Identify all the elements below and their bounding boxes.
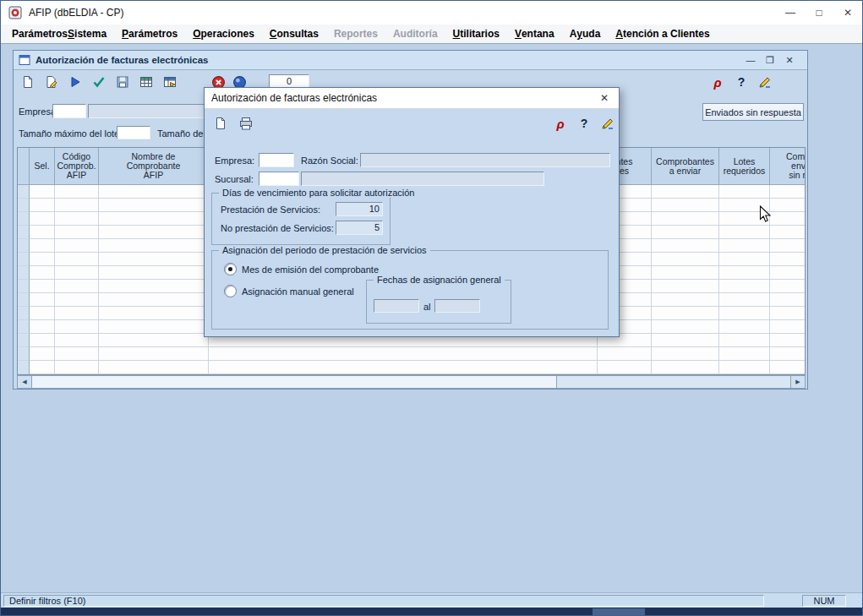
close-button[interactable]: ✕ bbox=[833, 1, 862, 25]
grid-cell bbox=[55, 266, 99, 280]
grid-header-cell: Lotesrequeridos bbox=[719, 148, 770, 185]
grid-row[interactable] bbox=[18, 347, 805, 361]
dialog-new-record-button[interactable] bbox=[210, 113, 232, 134]
dialog-toolbar bbox=[210, 113, 257, 134]
grid-cell bbox=[719, 185, 770, 199]
dialog-print-button[interactable] bbox=[235, 113, 257, 134]
menu-item-atencion-a-clientes[interactable]: Atención a Clientes bbox=[608, 25, 717, 43]
edit-record-button[interactable] bbox=[41, 72, 63, 92]
row-selector-cell bbox=[18, 347, 30, 361]
num-lock-indicator: NUM bbox=[802, 595, 846, 607]
define-filters-button[interactable] bbox=[754, 72, 776, 92]
dialog-autorizacion: Autorización de facturas electrónicas ✕ … bbox=[204, 87, 620, 337]
menu-item-parametros[interactable]: Parámetros bbox=[114, 25, 185, 43]
help-button[interactable]: ? bbox=[730, 72, 752, 92]
grid-cell bbox=[598, 361, 652, 374]
menu-item-ayuda[interactable]: Ayuda bbox=[562, 25, 609, 43]
new-document-icon bbox=[214, 117, 227, 130]
grid-cell bbox=[55, 185, 99, 199]
grid-cell bbox=[770, 199, 806, 212]
child-toolbar-right: ρ ? bbox=[707, 72, 776, 92]
scroll-right-button[interactable]: ▶ bbox=[790, 376, 805, 388]
execute-button[interactable] bbox=[64, 72, 86, 92]
grid-cell bbox=[719, 334, 770, 347]
menu-item-reportes: Reportes bbox=[326, 25, 385, 43]
dialog-help-button[interactable]: ? bbox=[573, 113, 595, 134]
grid-cell bbox=[30, 334, 55, 347]
grid-cell bbox=[652, 199, 719, 212]
dialog-exit-button[interactable]: ρ bbox=[549, 113, 571, 134]
child-minimize-button[interactable]: — bbox=[745, 55, 756, 66]
confirm-button[interactable] bbox=[88, 72, 110, 92]
dialog-sucursal-input[interactable] bbox=[259, 172, 299, 186]
menu-item-parametros-sistema[interactable]: Parámetros Sistema bbox=[4, 25, 114, 43]
empresa-input[interactable] bbox=[52, 104, 86, 118]
grid-row[interactable] bbox=[18, 361, 805, 374]
dialog-razon-social-label: Razón Social: bbox=[301, 155, 358, 166]
scrollbar-thumb[interactable] bbox=[32, 376, 557, 388]
scroll-left-button[interactable]: ◀ bbox=[18, 376, 32, 388]
radio-asignacion-manual[interactable]: Asignación manual general bbox=[224, 285, 354, 297]
grid-header-cell: Nombre deComprobanteAFIP bbox=[99, 148, 209, 185]
radio-asignacion-manual-label: Asignación manual general bbox=[242, 286, 354, 297]
menu-item-ventana[interactable]: Ventana bbox=[507, 25, 562, 43]
dialog-toolbar-right: ρ ? bbox=[549, 113, 619, 134]
grid-cell bbox=[652, 239, 719, 253]
child-restore-button[interactable]: ❐ bbox=[764, 55, 776, 66]
grid-cell bbox=[99, 266, 209, 280]
dialog-define-filters-button[interactable] bbox=[597, 113, 619, 134]
grid-cell bbox=[770, 293, 806, 307]
grid-cell bbox=[30, 266, 55, 280]
titlebar[interactable]: AFIP (dbELDIA - CP) — □ ✕ bbox=[1, 1, 862, 25]
grid-cell bbox=[770, 320, 806, 334]
grid-cell bbox=[30, 293, 55, 307]
fecha-hasta-input[interactable] bbox=[434, 299, 480, 313]
dialog-empresa-label: Empresa: bbox=[215, 155, 254, 166]
radio-mes-emision[interactable]: Mes de emisión del comprobante bbox=[224, 263, 379, 275]
grid-cell bbox=[598, 347, 652, 361]
grid-cell bbox=[99, 199, 209, 212]
exit-button[interactable]: ρ bbox=[707, 72, 729, 92]
grid-cell bbox=[55, 293, 99, 307]
new-record-button[interactable] bbox=[17, 72, 39, 92]
new-document-icon bbox=[21, 75, 35, 89]
prestacion-dias-input[interactable]: 10 bbox=[336, 202, 383, 216]
dialog-empresa-input[interactable] bbox=[259, 153, 294, 167]
horizontal-scrollbar[interactable]: ◀ ▶ bbox=[17, 375, 806, 389]
menu-item-consultas[interactable]: Consultas bbox=[262, 25, 326, 43]
grid-cell bbox=[30, 212, 55, 226]
grid-cell bbox=[30, 185, 55, 199]
play-icon bbox=[68, 75, 82, 89]
dialog-titlebar[interactable]: Autorización de facturas electrónicas ✕ bbox=[205, 88, 619, 109]
minimize-button[interactable]: — bbox=[776, 1, 805, 25]
tamano-lote-input[interactable] bbox=[117, 126, 150, 139]
printer-icon bbox=[239, 117, 253, 130]
child-titlebar[interactable]: Autorización de facturas electrónicas — … bbox=[14, 51, 807, 70]
grid-cell bbox=[99, 334, 209, 347]
app-icon bbox=[8, 6, 22, 19]
menu-item-utilitarios[interactable]: Utilitarios bbox=[445, 25, 507, 43]
grid-view-button[interactable] bbox=[135, 72, 157, 92]
grid-cell bbox=[55, 361, 99, 374]
menu-bar: Parámetros SistemaParámetrosOperacionesC… bbox=[1, 25, 862, 44]
child-close-button[interactable]: ✕ bbox=[784, 55, 795, 66]
menu-item-auditoria: Auditoría bbox=[385, 25, 445, 43]
export-grid-button[interactable] bbox=[159, 72, 181, 92]
grid-cell bbox=[55, 226, 99, 239]
fecha-desde-input[interactable] bbox=[374, 299, 419, 313]
menu-item-operaciones[interactable]: Operaciones bbox=[185, 25, 262, 43]
grid-cell bbox=[99, 280, 209, 293]
grid-cell bbox=[99, 185, 209, 199]
dialog-close-button[interactable]: ✕ bbox=[597, 92, 612, 104]
child-toolbar bbox=[17, 72, 181, 92]
grid-cell bbox=[719, 226, 770, 239]
grid-cell bbox=[55, 253, 99, 266]
maximize-button[interactable]: □ bbox=[805, 1, 833, 25]
no-prestacion-dias-input[interactable]: 5 bbox=[336, 221, 383, 235]
fechas-group-title: Fechas de asignación general bbox=[374, 275, 505, 285]
asignacion-group: Asignación del periodo de prestación de … bbox=[211, 250, 609, 330]
status-bar: Definir filtros (F10) NUM bbox=[1, 592, 862, 608]
enviados-sin-respuesta-button[interactable]: Enviados sin respuesta bbox=[702, 103, 804, 121]
grid-header-cell bbox=[18, 148, 30, 185]
save-button[interactable] bbox=[112, 72, 134, 92]
